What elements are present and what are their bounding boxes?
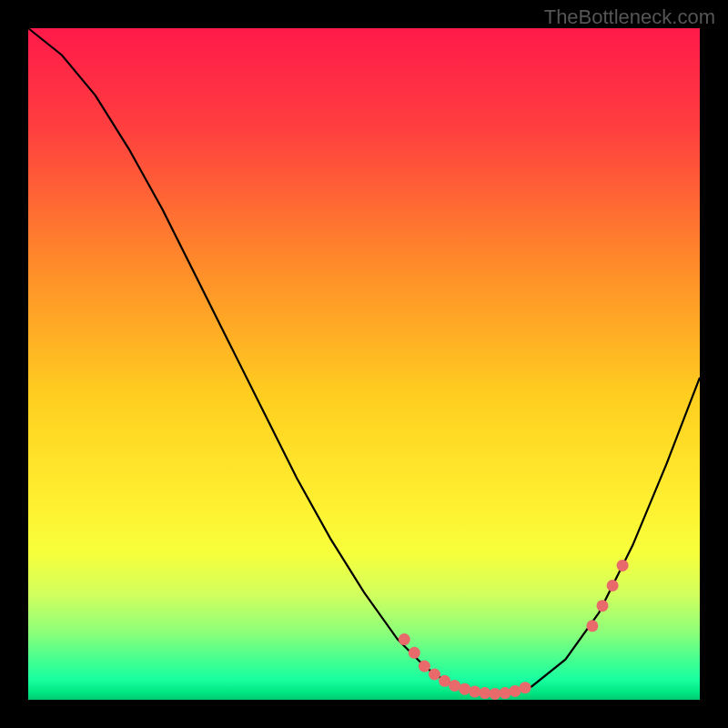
curve-marker: [520, 682, 531, 693]
curve-svg: [28, 28, 700, 700]
curve-marker: [510, 685, 521, 697]
curve-marker: [409, 647, 420, 659]
curve-marker: [469, 686, 480, 698]
curve-marker: [419, 661, 430, 672]
curve-marker: [617, 560, 629, 571]
gradient-plot-area: [28, 28, 700, 700]
curve-marker: [586, 620, 598, 632]
curve-marker: [597, 600, 609, 612]
curve-marker: [479, 687, 490, 699]
curve-marker: [607, 580, 619, 592]
curve-marker: [500, 687, 511, 699]
curve-marker: [399, 633, 410, 645]
curve-marker: [489, 688, 500, 700]
bottleneck-curve: [28, 28, 700, 693]
watermark-text: TheBottleneck.com: [544, 5, 715, 29]
curve-markers: [399, 560, 629, 700]
curve-marker: [429, 669, 440, 681]
curve-marker: [449, 680, 460, 692]
curve-marker: [459, 683, 470, 695]
